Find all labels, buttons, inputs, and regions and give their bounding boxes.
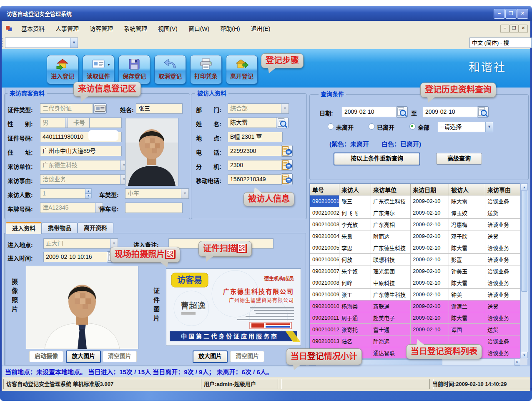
- table-row[interactable]: 090210010杨海类新联通2009-02-10谢清兰送货: [310, 300, 521, 312]
- column-header[interactable]: 来访日期: [411, 184, 449, 195]
- mobile-note-button[interactable]: [281, 173, 293, 185]
- status-select[interactable]: --请选择▼: [438, 122, 493, 132]
- card-no-button[interactable]: 卡号: [68, 118, 91, 128]
- dept-select[interactable]: 综合部▼: [228, 103, 289, 114]
- callout-daily-summary: 当日登记情况小计: [286, 348, 362, 365]
- chevron-down-icon[interactable]: ▼: [281, 104, 289, 113]
- enter-place-select[interactable]: 正大门▼: [43, 238, 118, 249]
- column-header[interactable]: 来访人: [339, 184, 371, 195]
- minimize-button[interactable]: –: [494, 9, 505, 19]
- column-header[interactable]: 单号: [310, 184, 339, 195]
- card-no-input[interactable]: [89, 118, 122, 128]
- toolbar-row: [2, 36, 530, 50]
- table-row[interactable]: 090210005李思广东德生科技2009-02-10陈大雷洽谈业务: [310, 242, 521, 254]
- location-input[interactable]: B幢 2301 室: [228, 132, 283, 142]
- column-header[interactable]: 来访单位: [371, 184, 411, 195]
- menu-item-5[interactable]: 视图(V): [153, 24, 183, 33]
- tab-enter-info[interactable]: 进入资料: [6, 222, 42, 234]
- close-button[interactable]: ✕: [517, 9, 528, 19]
- menu-item-8[interactable]: 退出(E): [246, 24, 276, 33]
- language-select[interactable]: 中文 (简体) - 搜▼: [469, 38, 532, 48]
- svg-text:中国第二代身份证应用服务商: 中国第二代身份证应用服务商: [181, 333, 279, 340]
- address-input[interactable]: 广州市中山大道89号: [40, 146, 122, 156]
- menu-item-6[interactable]: 窗口(W): [183, 24, 215, 33]
- parking-no-input[interactable]: [125, 203, 183, 213]
- ext-input[interactable]: 2300: [228, 160, 283, 170]
- toolbar-button-3[interactable]: 保存登记: [118, 55, 150, 84]
- vehicle-type-select[interactable]: 小车▼: [125, 188, 189, 199]
- date-to-input[interactable]: 2009-02-10: [423, 107, 480, 117]
- menu-item-2[interactable]: 人事管理: [50, 24, 84, 33]
- advanced-query-button[interactable]: 高级查询: [436, 153, 482, 165]
- enter-time-input[interactable]: 2009-02-10 10:16: [43, 252, 110, 262]
- vscroll-thumb[interactable]: [521, 191, 527, 292]
- tab-leave-info[interactable]: 离开资料: [78, 223, 113, 233]
- stepper-arrows-icon[interactable]: ▲▼: [85, 188, 92, 198]
- phone-input[interactable]: 22992300: [228, 146, 283, 156]
- mdi-minimize-button[interactable]: –: [500, 25, 509, 33]
- photo-clear-button[interactable]: 清空图片: [103, 351, 137, 362]
- menu-item-3[interactable]: 访客管理: [84, 24, 118, 33]
- callout-history-query: 登记历史资料查询: [420, 83, 496, 98]
- toolbar-button-6[interactable]: 离开登记: [226, 55, 258, 84]
- ext-note-button[interactable]: [281, 159, 293, 171]
- date-from-input[interactable]: 2009-02-10: [342, 107, 399, 117]
- mobile-input[interactable]: 15602210349: [228, 174, 283, 185]
- chevron-down-icon[interactable]: ▼: [181, 189, 188, 198]
- toolbar-button-5[interactable]: 打印凭条: [190, 55, 222, 84]
- quick-combo[interactable]: ▼: [5, 38, 78, 48]
- toolbar-button-4[interactable]: 取消登记: [154, 55, 186, 84]
- phone-note-icon: [281, 160, 292, 170]
- radio-left[interactable]: [369, 123, 375, 130]
- card-zoom-button[interactable]: 放大图片: [193, 350, 228, 363]
- visit-reason-select[interactable]: 洽谈业务▼: [40, 174, 128, 185]
- table-row[interactable]: 090210002何飞飞广东海尔2009-02-10谭玉姣送货: [310, 207, 521, 219]
- column-header[interactable]: 被访人: [449, 184, 485, 195]
- radio-all[interactable]: [409, 123, 416, 130]
- card-read-button[interactable]: [93, 103, 107, 114]
- column-header[interactable]: 来访事由: [485, 184, 521, 195]
- plate-no-select[interactable]: 津A12345▼: [40, 203, 103, 213]
- chevron-down-icon[interactable]: ▼: [485, 122, 493, 132]
- scroll-right-icon[interactable]: ►: [514, 359, 521, 365]
- visitor-count-stepper[interactable]: 1: [40, 188, 89, 199]
- restore-button[interactable]: ❐: [505, 9, 517, 19]
- scroll-up-icon[interactable]: ▲: [521, 184, 528, 191]
- toolbar-grip[interactable]: [2, 38, 3, 47]
- table-row[interactable]: 090210003李光放广东亮相2009-02-10冯惠梅洽谈业务: [310, 219, 521, 230]
- radio-not-left[interactable]: [328, 123, 334, 130]
- photo-zoom-button[interactable]: 放大图片: [66, 350, 101, 363]
- chevron-down-icon[interactable]: ▼: [70, 38, 78, 48]
- interviewee-search-button[interactable]: [276, 117, 289, 128]
- dropdown-caret-icon[interactable]: ▼: [107, 63, 110, 67]
- date-from-picker-button[interactable]: [396, 106, 408, 118]
- requery-button[interactable]: 按以上条件重新查询: [334, 153, 420, 165]
- mdi-close-button[interactable]: ✕: [519, 25, 528, 33]
- table-vscrollbar[interactable]: ▲ ▼: [520, 183, 528, 359]
- start-camera-button[interactable]: 启动摄像: [29, 351, 63, 362]
- table-row[interactable]: 090210006何放联想科技2009-02-10彭置洽谈业务: [310, 254, 521, 265]
- date-to-picker-button[interactable]: [477, 106, 489, 118]
- table-row[interactable]: 090210001张三广东德生科技2009-02-10陈大雷洽谈业务: [310, 195, 521, 207]
- menu-item-4[interactable]: 系统管理: [118, 24, 153, 33]
- card-clear-button[interactable]: 清空图片: [230, 351, 264, 362]
- phone-note-button[interactable]: [281, 145, 293, 157]
- visit-company-select[interactable]: 广东德生科技▼: [40, 160, 128, 170]
- table-row[interactable]: 090210011周于通赴美电子2009-02-10陈大雷洽谈业务: [310, 312, 521, 324]
- toolbar-button-1[interactable]: 进入登记: [47, 55, 78, 84]
- toolbar-button-2[interactable]: ▼读取证件: [83, 55, 114, 84]
- menu-item-7[interactable]: 帮助(H): [215, 24, 245, 33]
- table-row[interactable]: 090210012张寄托富士通2009-02-10谭国送货: [310, 324, 521, 335]
- camera-photo-label: 摄像照片: [10, 278, 19, 315]
- interviewee-name-input[interactable]: 陈大雷: [228, 118, 279, 128]
- menu-item-1[interactable]: 基本资料: [16, 24, 50, 33]
- visitor-name-input[interactable]: 张三: [136, 103, 183, 114]
- scroll-down-icon[interactable]: ▼: [521, 352, 528, 359]
- cert-type-select[interactable]: 二代身份证▼: [40, 103, 100, 114]
- table-row[interactable]: 090210004朱良附而达2009-02-10邓子欣送货: [310, 230, 521, 242]
- table-row[interactable]: 090210007朱个奴理光集团2009-02-10钟美玉洽谈业务: [310, 265, 521, 277]
- table-row[interactable]: 090210008何峰中原科技2009-02-10陈大雷洽谈业务: [310, 277, 521, 289]
- mdi-restore-button[interactable]: ❐: [509, 25, 519, 33]
- table-row[interactable]: 090210009张工广东德生科技2009-02-10钟美洽谈业务: [310, 289, 521, 300]
- tab-carried-items[interactable]: 携带物品: [42, 223, 78, 233]
